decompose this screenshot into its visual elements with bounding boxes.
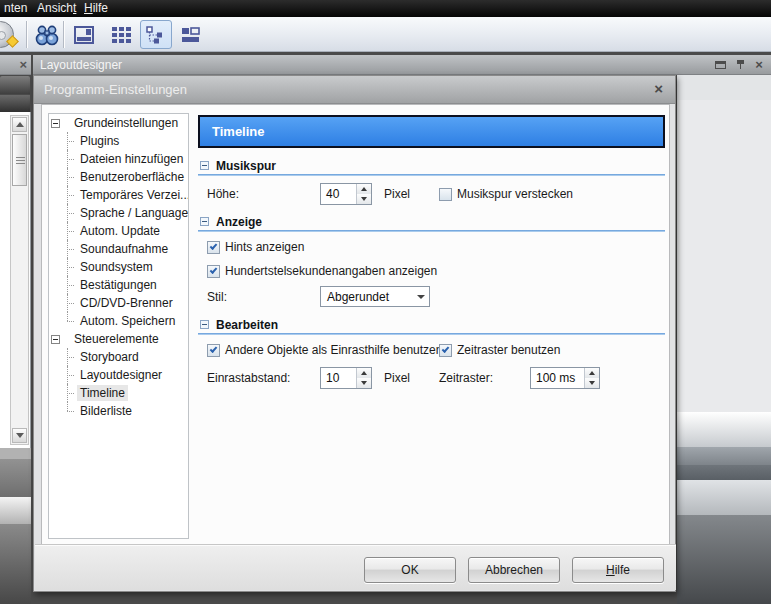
tree-item-grundeinstellungen[interactable]: Grundeinstellungen [49,114,188,132]
dialog-close-icon[interactable]: × [654,80,663,97]
checkbox-hints[interactable] [207,241,220,254]
einrasthilfe-row: Andere Objekte als Einrasthilfe benutzen [207,342,442,358]
section-collapse-icon[interactable] [200,320,209,329]
tree-connector [63,222,75,240]
tree-item-autom-speichern[interactable]: Autom. Speichern [49,312,188,330]
tree-connector [63,384,75,402]
tree-connector [63,258,75,276]
split-layout-icon[interactable] [175,20,207,49]
section-anzeige: Anzeige [198,213,665,230]
tree-item-soundsystem[interactable]: Soundsystem [49,258,188,276]
right-panel-strip [677,515,771,604]
left-panel-close-icon[interactable]: × [19,57,27,73]
dialog-title: Programm-Einstellungen [44,82,187,97]
object-tree-icon[interactable] [140,20,172,49]
tree-item-soundaufnahme[interactable]: Soundaufnahme [49,240,188,258]
layoutdesigner-close-icon[interactable]: × [752,59,766,71]
layout-storyboard-icon[interactable] [68,20,100,49]
ok-button[interactable]: OK [364,557,456,583]
menu-item-partial[interactable]: nten [0,1,31,16]
checkbox-einrasthilfe[interactable] [207,344,220,357]
spin-up-icon[interactable] [357,184,371,194]
checkmark-icon [210,242,218,250]
tree-item-temporaeres-verzeichnis[interactable]: Temporäres Verzei... [49,186,188,204]
tree-item-bestaetigungen[interactable]: Bestätigungen [49,276,188,294]
tree-item-autom-update[interactable]: Autom. Update [49,222,188,240]
menu-item-hilfe[interactable]: Hilfe [80,1,112,16]
tree-connector [63,204,75,222]
tree-item-dateien-hinzufuegen[interactable]: Dateien hinzufügen [49,150,188,168]
help-button[interactable]: Hilfe [572,557,664,583]
hoehe-unit-label: Pixel [384,183,410,205]
tree-item-timeline[interactable]: Timeline [49,384,188,402]
stil-dropdown[interactable]: Abgerundet [320,286,430,307]
einrastabstand-spinner[interactable]: 10 [320,367,372,389]
checkbox-musikspur-verstecken[interactable] [439,188,452,201]
checkbox-zeitraster-benutzen[interactable] [439,344,452,357]
section-collapse-icon[interactable] [200,161,209,170]
cancel-button[interactable]: Abbrechen [468,557,560,583]
tree-item-plugins[interactable]: Plugins [49,132,188,150]
timeline-settings-page: Timeline Musikspur Höhe: 40 Pixel Musiks… [198,105,671,547]
scroll-down-icon[interactable] [12,428,27,443]
binoculars-search-icon[interactable] [31,20,63,49]
dialog-titlebar[interactable]: Programm-Einstellungen × [34,76,675,104]
section-divider [198,333,665,335]
page-title: Timeline [198,115,665,148]
hints-row: Hints anzeigen [207,239,304,255]
einrastabstand-label: Einrastabstand: [207,367,290,389]
menu-item-ansicht[interactable]: Ansicht [33,1,80,16]
left-panel-strip [0,459,31,497]
tree-item-storyboard[interactable]: Storyboard [49,348,188,366]
section-collapse-icon[interactable] [200,217,209,226]
zeitraster-benutzen-row: Zeitraster benutzen [439,342,560,358]
section-divider [198,230,665,232]
left-panel-scrollbar[interactable] [10,115,29,445]
tree-connector [63,402,75,420]
tree-item-steuerelemente[interactable]: Steuerelemente [49,330,188,348]
tree-item-cd-dvd-brenner[interactable]: CD/DVD-Brenner [49,294,188,312]
grid-view-icon[interactable] [105,20,137,49]
tree-item-layoutdesigner[interactable]: Layoutdesigner [49,366,188,384]
dialog-body: Grundeinstellungen Plugins Dateien hinzu… [41,104,670,546]
scroll-up-icon[interactable] [12,117,27,132]
chevron-down-icon[interactable] [412,295,429,299]
main-toolbar [0,17,771,52]
pin-icon[interactable] [733,59,747,71]
tree-connector [63,132,75,150]
spin-down-icon[interactable] [357,378,371,388]
scrollbar-thumb[interactable] [12,134,27,186]
tree-connector [63,294,75,312]
spin-down-icon[interactable] [357,194,371,204]
tree-connector [63,240,75,258]
musikspur-verstecken-row: Musikspur verstecken [439,186,573,202]
left-panel-strip [0,497,31,524]
spin-up-icon[interactable] [585,368,599,378]
checkbox-hundertstelsekunden[interactable] [207,265,220,278]
spin-up-icon[interactable] [357,368,371,378]
tree-item-sprache[interactable]: Sprache / Language [49,204,188,222]
checkmark-icon [210,345,218,353]
right-panel-background [677,100,771,412]
collapse-icon[interactable] [51,335,60,344]
tree-connector [63,150,75,168]
tree-item-benutzeroberflaeche[interactable]: Benutzeroberfläche [49,168,188,186]
tree-item-bilderliste[interactable]: Bilderliste [49,402,188,420]
spin-down-icon[interactable] [585,378,599,388]
left-panel-list [0,112,31,448]
restore-window-icon[interactable] [713,59,727,71]
right-panel-strip [677,75,771,100]
zeitraster-spinner[interactable]: 100 ms [530,367,600,389]
section-bearbeiten: Bearbeiten [198,316,665,333]
collapse-icon[interactable] [51,119,60,128]
toolbar-separator [63,21,64,48]
hoehe-spinner[interactable]: 40 [320,183,372,205]
checkmark-icon [442,345,450,353]
left-panel-strip [0,448,31,459]
einrastabstand-unit-label: Pixel [384,367,410,389]
layoutdesigner-title: Layoutdesigner [40,57,122,73]
right-panel-strip [677,465,771,480]
zeitraster-label: Zeitraster: [439,367,493,389]
right-panel-strip [677,412,771,447]
dialog-button-bar: OK Abbrechen Hilfe [35,544,676,590]
